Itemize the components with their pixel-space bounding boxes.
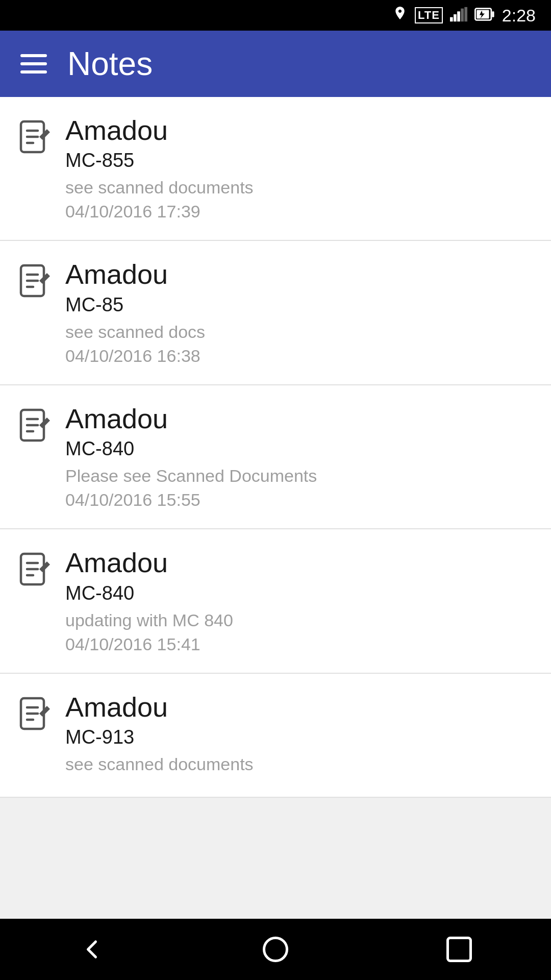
recents-button[interactable]	[434, 929, 485, 970]
item-content: Amadou MC-840 Please see Scanned Documen…	[65, 404, 535, 510]
battery-icon	[474, 7, 495, 24]
item-ref: MC-840	[65, 438, 535, 460]
item-content: Amadou MC-855 see scanned documents 04/1…	[65, 115, 535, 222]
svg-point-28	[264, 938, 287, 961]
item-note-text: see scanned documents	[65, 754, 535, 774]
item-date: 04/10/2016 15:55	[65, 490, 535, 510]
item-author: Amadou	[65, 259, 535, 289]
svg-rect-6	[492, 11, 494, 17]
item-ref: MC-913	[65, 726, 535, 748]
svg-rect-2	[457, 11, 460, 21]
hamburger-menu-button[interactable]	[20, 54, 47, 74]
list-item[interactable]: Amadou MC-913 see scanned documents	[0, 674, 551, 798]
item-note-text: updating with MC 840	[65, 610, 535, 630]
list-item[interactable]: Amadou MC-855 see scanned documents 04/1…	[0, 97, 551, 241]
item-note-text: see scanned documents	[65, 178, 535, 198]
app-title: Notes	[67, 45, 153, 83]
item-ref: MC-855	[65, 150, 535, 172]
note-icon	[16, 407, 53, 444]
item-date: 04/10/2016 15:41	[65, 634, 535, 654]
lte-icon: LTE	[415, 7, 443, 23]
item-ref: MC-840	[65, 582, 535, 604]
bottom-navigation	[0, 919, 551, 980]
item-note-text: see scanned docs	[65, 322, 535, 342]
notes-list: Amadou MC-855 see scanned documents 04/1…	[0, 97, 551, 798]
list-item[interactable]: Amadou MC-85 see scanned docs 04/10/2016…	[0, 241, 551, 385]
list-item[interactable]: Amadou MC-840 Please see Scanned Documen…	[0, 385, 551, 529]
note-icon	[16, 118, 53, 155]
hamburger-line-3	[20, 70, 47, 74]
signal-icon	[450, 7, 467, 24]
app-bar: Notes	[0, 31, 551, 97]
note-icon	[16, 551, 53, 587]
list-item[interactable]: Amadou MC-840 updating with MC 840 04/10…	[0, 529, 551, 673]
item-note-text: Please see Scanned Documents	[65, 466, 535, 486]
status-time: 2:28	[502, 6, 536, 26]
hamburger-line-2	[20, 62, 47, 65]
back-button[interactable]	[66, 929, 117, 970]
status-icons: LTE 2:28	[392, 5, 536, 26]
item-author: Amadou	[65, 692, 535, 722]
svg-rect-4	[464, 7, 467, 21]
item-content: Amadou MC-840 updating with MC 840 04/10…	[65, 548, 535, 654]
svg-rect-3	[461, 9, 464, 21]
item-author: Amadou	[65, 404, 535, 434]
home-button[interactable]	[250, 929, 301, 970]
item-author: Amadou	[65, 115, 535, 145]
item-content: Amadou MC-913 see scanned documents	[65, 692, 535, 778]
item-author: Amadou	[65, 548, 535, 578]
svg-rect-0	[450, 17, 453, 22]
svg-rect-29	[448, 938, 471, 961]
item-date: 04/10/2016 16:38	[65, 346, 535, 366]
status-bar: LTE 2:28	[0, 0, 551, 31]
hamburger-line-1	[20, 54, 47, 57]
svg-rect-1	[454, 14, 457, 21]
item-content: Amadou MC-85 see scanned docs 04/10/2016…	[65, 259, 535, 365]
note-icon	[16, 695, 53, 732]
note-icon	[16, 262, 53, 299]
location-icon	[392, 5, 408, 26]
item-date: 04/10/2016 17:39	[65, 202, 535, 222]
item-ref: MC-85	[65, 294, 535, 316]
